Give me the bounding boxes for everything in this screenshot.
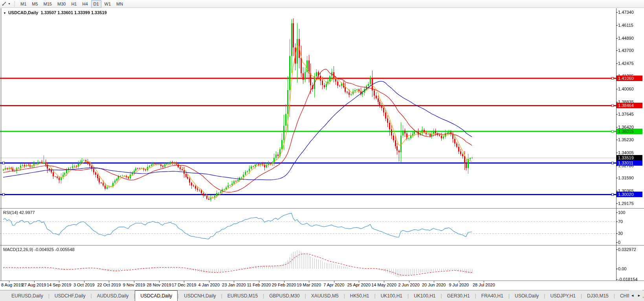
chart-tab-xauusd-m5[interactable]: XAUUSD,M5 bbox=[306, 290, 344, 301]
macd-label: MACD(12,26,9) -0.004925 -0.005548 bbox=[3, 247, 75, 252]
date-tick-label: 8 Aug 2019 bbox=[1, 283, 23, 287]
tab-scroll-arrows: ◄ ► bbox=[629, 290, 642, 301]
chart-title: ▼USDCAD,Daily 1.33507 1.33601 1.33399 1.… bbox=[3, 10, 107, 15]
date-tick-label: 17 Dec 2019 bbox=[172, 283, 196, 287]
rsi-tick-label: 30 bbox=[618, 231, 623, 236]
tab-scroll-right[interactable]: ► bbox=[637, 294, 641, 297]
tab-scroll-left[interactable]: ◄ bbox=[631, 294, 634, 297]
date-tick-label: 9 Jul 2020 bbox=[449, 283, 469, 287]
chart-collapse-icon[interactable]: ▼ bbox=[3, 11, 6, 15]
rsi-label: RSI(14) 42.9977 bbox=[3, 210, 35, 215]
macd-current-values: -0.004925 -0.005548 bbox=[34, 247, 74, 252]
time-axis-scale[interactable]: 8 Aug 201927 Aug 201914 Sep 20193 Oct 20… bbox=[0, 281, 644, 290]
axis-tickmark bbox=[616, 127, 618, 127]
level-price-tag: 1.30020 bbox=[616, 192, 642, 197]
chart-tab-dj30-m15[interactable]: DJ30,M15 bbox=[582, 290, 614, 301]
price-axis-scale[interactable]: 1.473401.461151.448901.437001.424751.412… bbox=[616, 8, 644, 209]
rsi-tick-label: 70 bbox=[618, 219, 623, 224]
macd-axis-scale[interactable]: 0.0329720.00-0.018154 bbox=[616, 246, 644, 281]
chart-tab-usoil-daily[interactable]: USOil,Daily bbox=[510, 290, 544, 301]
price-tick-label: 1.31590 bbox=[618, 175, 634, 181]
date-tick-label: 20 Jun 2020 bbox=[422, 283, 446, 287]
axis-tickmark bbox=[616, 242, 618, 243]
chart-tab-audusd-daily[interactable]: AUDUSD,Daily bbox=[92, 290, 134, 301]
mt4-workspace: ▼ M1M5M15M30H1H4D1W1MN ▼USDCAD,Daily 1.3… bbox=[0, 0, 644, 301]
chart-tab-eurusd-daily[interactable]: EURUSD,Daily bbox=[6, 290, 48, 301]
chart-tab-uk100-h1[interactable]: UK100,H1 bbox=[409, 290, 440, 301]
line-studies-dropdown-icon[interactable]: ▼ bbox=[8, 2, 11, 5]
date-tick-label: 7 Apr 2020 bbox=[323, 283, 344, 287]
axis-tickmark bbox=[616, 89, 618, 89]
macd-tick-label: 0.00 bbox=[618, 266, 626, 271]
price-tick-label: 1.43700 bbox=[618, 48, 634, 53]
chart-tab-ger30-h1[interactable]: GER30,H1 bbox=[442, 290, 475, 301]
chart-tab-bar: EURUSD,Daily|USDCHF,Daily|AUDUSD,Daily|U… bbox=[0, 290, 644, 301]
date-tick-label: 28 Nov 2019 bbox=[147, 283, 171, 287]
date-tick-label: 4 Jan 2020 bbox=[198, 283, 220, 287]
price-tick-label: 1.42475 bbox=[618, 61, 634, 66]
axis-tickmark bbox=[616, 12, 618, 13]
timeframe-button-h4[interactable]: H4 bbox=[80, 0, 90, 8]
rsi-axis-scale[interactable]: 10070300 bbox=[616, 209, 644, 245]
timeframe-button-mn[interactable]: MN bbox=[114, 0, 125, 8]
level-price-tag: 1.38464 bbox=[616, 103, 642, 108]
date-tick-label: 22 Oct 2019 bbox=[97, 283, 121, 287]
axis-tickmark bbox=[616, 25, 618, 26]
rsi-macd-splitter[interactable] bbox=[0, 245, 644, 246]
axis-tickmark bbox=[616, 203, 618, 204]
level-price-tag: 1.41060 bbox=[616, 76, 642, 81]
axis-tickmark bbox=[616, 140, 618, 140]
chart-tab-hk50-h1[interactable]: HK50,H1 bbox=[345, 290, 374, 301]
axis-tickmark bbox=[616, 178, 618, 178]
macd-indicator-chart[interactable] bbox=[0, 246, 616, 281]
level-price-tag: 1.36015 bbox=[616, 129, 642, 134]
axis-tickmark bbox=[616, 212, 618, 213]
timeframe-button-m1[interactable]: M1 bbox=[18, 0, 29, 8]
macd-tick-label: 0.032972 bbox=[618, 247, 636, 252]
line-studies-icon bbox=[1, 1, 7, 7]
rsi-tick-label: 0 bbox=[618, 240, 620, 245]
axis-tickmark bbox=[616, 233, 618, 234]
chart-tab-fra40-h1[interactable]: FRA40,H1 bbox=[476, 290, 508, 301]
axis-tickmark bbox=[616, 279, 618, 280]
chart-ohlc-values: 1.33507 1.33601 1.33399 1.33519 bbox=[40, 10, 106, 15]
axis-tickmark bbox=[616, 102, 618, 102]
date-tick-label: 9 Nov 2019 bbox=[123, 283, 145, 287]
price-tick-label: 1.40060 bbox=[618, 86, 634, 92]
date-tick-label: 27 Aug 2019 bbox=[22, 283, 46, 287]
level-price-tag: 1.33011 bbox=[616, 160, 642, 166]
chart-tab-usdchf-daily[interactable]: USDCHF,Daily bbox=[50, 290, 91, 301]
price-tick-label: 1.46115 bbox=[618, 22, 633, 28]
line-studies-button[interactable]: ▼ bbox=[0, 0, 12, 7]
axis-tickmark bbox=[616, 114, 618, 114]
date-tick-label: 25 Apr 2020 bbox=[347, 283, 371, 287]
main-rsi-splitter[interactable] bbox=[0, 208, 644, 209]
timeframe-button-d1[interactable]: D1 bbox=[91, 0, 101, 8]
rsi-indicator-chart[interactable] bbox=[0, 209, 616, 246]
axis-tickmark bbox=[616, 249, 618, 250]
date-tick-label: 11 Feb 2020 bbox=[247, 283, 271, 287]
chart-tab-uk100-h1[interactable]: UK100,H1 bbox=[376, 290, 407, 301]
axis-tickmark bbox=[616, 153, 618, 153]
price-tick-label: 1.47340 bbox=[618, 9, 634, 15]
timeframe-button-w1[interactable]: W1 bbox=[102, 0, 114, 8]
axis-tickmark bbox=[616, 63, 618, 64]
timeframe-button-m5[interactable]: M5 bbox=[29, 0, 40, 8]
chart-tab-usdjpy-h1[interactable]: USDJPY,H1 bbox=[545, 290, 580, 301]
main-price-chart[interactable] bbox=[0, 8, 616, 209]
timeframe-button-m15[interactable]: M15 bbox=[41, 0, 54, 8]
chart-tab-usdcad-daily[interactable]: USDCAD,Daily bbox=[135, 290, 178, 301]
price-tick-label: 1.29175 bbox=[618, 201, 634, 206]
timeframe-button-h1[interactable]: H1 bbox=[69, 0, 79, 8]
chart-tab-usdcnh-daily[interactable]: USDCNH,Daily bbox=[179, 290, 221, 301]
timeframe-button-m30[interactable]: M30 bbox=[55, 0, 68, 8]
axis-tickmark bbox=[616, 191, 618, 191]
chart-tab-eurusd-m15[interactable]: EURUSD,M15 bbox=[222, 290, 263, 301]
chart-tab-gbpusd-m30[interactable]: GBPUSD,M30 bbox=[264, 290, 305, 301]
chart-left-border bbox=[1, 8, 1, 281]
rsi-tick-label: 100 bbox=[618, 210, 625, 215]
date-tick-label: 29 Feb 2020 bbox=[272, 283, 296, 287]
date-tick-label: 19 Mar 2020 bbox=[297, 283, 321, 287]
date-tick-label: 3 Oct 2019 bbox=[73, 283, 95, 287]
toolbar-grip[interactable] bbox=[13, 1, 16, 7]
